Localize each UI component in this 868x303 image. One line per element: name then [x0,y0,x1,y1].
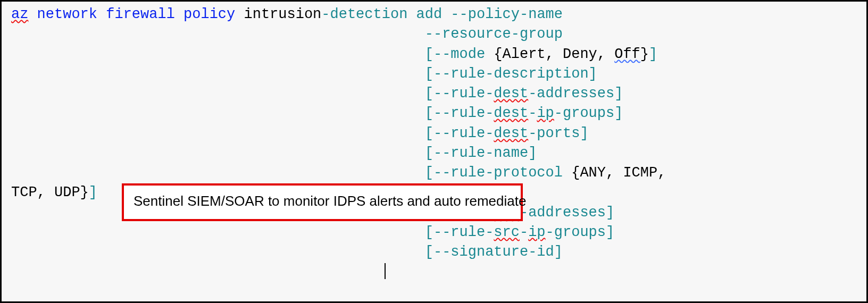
indent [11,26,425,42]
opt-mode: --mode [433,46,485,62]
opt-rule-protocol-open: [ [425,165,433,181]
cmd-intrusion: intrusion [244,6,321,22]
indent [11,46,425,62]
cmd-add: add [416,6,443,22]
opt-rule-src-ip-groups-c: - [520,224,528,240]
opt-rule-dest-ports-c: -ports] [528,125,588,141]
cmd-dash: - [321,6,330,22]
indent [11,145,425,161]
opt-rule-protocol-close: ] [89,184,97,200]
mode-values-b: } [640,46,649,62]
opt-rule-dest-addresses-a: [--rule- [425,86,494,102]
opt-rule-protocol-vals-b: TCP, UDP} [11,184,89,200]
cmd-firewall: firewall [106,6,175,22]
opt-policy-name: --policy-name [450,6,563,22]
bracket-open: [ [425,46,433,62]
opt-rule-dest-ip-groups-d: ip [537,105,554,121]
opt-rule-dest-ip-groups-b: dest [494,105,528,121]
indent [11,86,425,102]
opt-rule-dest-ip-groups-a: [--rule- [425,105,494,121]
indent [11,105,425,121]
indent [11,244,425,260]
opt-rule-protocol-flag: --rule-protocol [433,165,563,181]
code-block[interactable]: az network firewall policy intrusion-det… [11,5,857,262]
mode-off: Off [614,46,640,62]
opt-signature-id: [--signature-id] [425,244,563,260]
cmd-detection: detection [330,6,408,22]
opt-rule-src-ip-groups-d: ip [528,224,545,240]
opt-rule-dest-addresses-b: dest [494,86,528,102]
indent [11,224,425,240]
indent [11,125,425,141]
opt-rule-dest-ip-groups-e: -groups] [554,105,623,121]
opt-resource-group: --resource-group [425,26,563,42]
bracket-close: ] [649,46,657,62]
opt-rule-src-ip-groups-e: -groups] [546,224,615,240]
mode-values-a: {Alert, Deny, [485,46,614,62]
cmd-policy: policy [183,6,235,22]
code-frame: az network firewall policy intrusion-det… [0,0,868,303]
cmd-network: network [37,6,97,22]
annotation-callout: Sentinel SIEM/SOAR to monitor IDPS alert… [122,183,523,221]
indent [11,165,425,181]
indent [11,66,425,82]
cmd-az: az [11,6,28,22]
opt-rule-dest-addresses-c: -addresses] [528,86,623,102]
opt-rule-name: [--rule-name] [425,145,537,161]
opt-rule-dest-ip-groups-c: - [528,105,537,121]
opt-rule-src-ip-groups-a: [--rule- [425,224,494,240]
opt-rule-dest-ports-b: dest [494,125,528,141]
opt-rule-dest-ports-a: [--rule- [425,125,494,141]
callout-text: Sentinel SIEM/SOAR to monitor IDPS alert… [133,193,526,209]
opt-rule-src-ip-groups-b: src [494,224,520,240]
text-cursor [385,263,386,279]
opt-rule-protocol-vals-a: {ANY, ICMP, [563,165,666,181]
opt-rule-description: [--rule-description] [425,66,597,82]
opt-rule-src-addresses-c: -addresses] [520,205,614,221]
